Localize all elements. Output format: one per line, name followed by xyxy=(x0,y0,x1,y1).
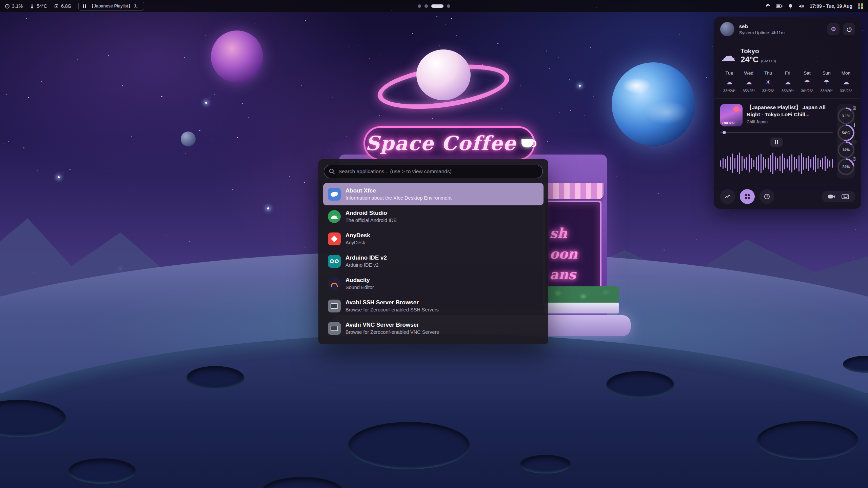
app-row-avahi-ssh[interactable]: Avahi SSH Server Browser Browse for Zero… xyxy=(323,295,544,317)
star xyxy=(26,18,27,19)
star xyxy=(432,118,433,119)
forecast-day: Thu ☀ 33°/26° xyxy=(759,70,777,93)
neon-sign-text: Space Coffee xyxy=(366,132,516,155)
phone-icon[interactable] xyxy=(765,3,770,9)
star xyxy=(189,241,190,242)
app-description: AnyDesk xyxy=(346,240,370,246)
now-playing-title: 【Japanese Playlist】 J... xyxy=(90,3,140,9)
app-row-anydesk[interactable]: AnyDesk AnyDesk xyxy=(323,228,544,250)
waveform-bar xyxy=(794,157,795,170)
star xyxy=(8,65,8,65)
temperature-indicator[interactable]: 54°C xyxy=(29,3,47,9)
weather-condition-icon: ☀ xyxy=(765,78,771,86)
thermometer-icon xyxy=(852,123,856,127)
star xyxy=(379,115,380,116)
app-grid-icon[interactable] xyxy=(858,3,863,9)
waveform-bar xyxy=(803,157,804,170)
settings-button[interactable]: ⚙ xyxy=(827,23,840,35)
star xyxy=(569,79,570,80)
waveform-bar xyxy=(789,156,790,170)
battery-icon[interactable] xyxy=(776,4,783,8)
now-playing-widget[interactable]: 【Japanese Playlist】 J... xyxy=(78,2,144,11)
chart-icon xyxy=(725,194,731,200)
track-progress-bar[interactable] xyxy=(720,132,833,133)
app-row-audacity[interactable]: Audacity Sound Editor xyxy=(323,272,544,295)
star xyxy=(58,172,58,172)
memory-value: 6.8G xyxy=(61,3,71,9)
waveform-bar xyxy=(772,152,773,174)
star xyxy=(28,97,29,98)
workspace-dot[interactable] xyxy=(425,4,428,8)
keyboard-button[interactable] xyxy=(842,194,849,199)
star xyxy=(305,20,306,21)
notification-bell-icon[interactable] xyxy=(788,3,793,9)
workspace-dot[interactable] xyxy=(418,4,421,8)
search-icon xyxy=(329,168,335,175)
cpu-usage-indicator[interactable]: 3.1% xyxy=(5,3,23,9)
waveform-bar xyxy=(744,159,745,168)
crater xyxy=(68,459,136,484)
window-neon-text: sh xyxy=(550,225,600,241)
star xyxy=(248,117,249,118)
star xyxy=(255,23,256,23)
star xyxy=(93,16,93,16)
widgets-button[interactable] xyxy=(760,189,774,204)
search-input[interactable] xyxy=(324,165,543,178)
saturn-cup xyxy=(416,49,471,100)
progress-thumb[interactable] xyxy=(723,131,726,134)
waveform-bar xyxy=(753,160,754,167)
workspace-dot[interactable] xyxy=(447,4,450,8)
star xyxy=(696,240,697,240)
crater xyxy=(757,421,859,460)
star xyxy=(412,33,413,34)
arduino-ide-icon xyxy=(328,255,341,268)
waveform-bar xyxy=(820,160,821,167)
stats-button[interactable] xyxy=(720,189,735,204)
user-card: seb System Uptime: 4h11m ⚙ xyxy=(714,17,861,42)
memory-chip-icon xyxy=(54,4,59,9)
workspace-indicator xyxy=(418,0,450,12)
capture-group xyxy=(822,191,855,202)
memory-indicator[interactable]: 6.8G xyxy=(54,3,71,9)
waveform-bar xyxy=(727,156,728,171)
clock[interactable]: 17:09 - Tue, 19 Aug xyxy=(810,3,852,9)
star-sparkle xyxy=(205,102,207,104)
star xyxy=(712,46,713,47)
star xyxy=(242,103,243,104)
pause-button[interactable] xyxy=(770,138,783,147)
app-row-about-xfce[interactable]: About Xfce Information about the Xfce De… xyxy=(323,183,544,205)
star xyxy=(63,172,63,173)
app-row-android-studio[interactable]: Android Studio The official Android IDE xyxy=(323,205,544,228)
waveform-bar xyxy=(775,156,776,170)
gauge-icon xyxy=(5,4,10,9)
app-row-avahi-vnc[interactable]: Avahi VNC Server Browser Browse for Zero… xyxy=(323,317,544,340)
star xyxy=(304,247,305,247)
volume-icon[interactable] xyxy=(798,4,804,9)
app-name: About Xfce xyxy=(346,187,452,195)
waveform-bar xyxy=(791,154,792,172)
star-sparkle xyxy=(267,207,269,209)
purple-planet xyxy=(211,30,263,83)
waveform-bar xyxy=(723,158,724,169)
app-name: Audacity xyxy=(346,277,374,284)
waveform-bar xyxy=(798,155,800,171)
app-row-arduino-ide[interactable]: Arduino IDE v2 Arduino IDE v2 xyxy=(323,250,544,272)
waveform-bar xyxy=(763,157,764,170)
screencast-button[interactable] xyxy=(828,194,835,199)
star xyxy=(212,141,213,141)
star xyxy=(63,242,63,242)
power-button[interactable] xyxy=(843,23,855,35)
star xyxy=(205,35,206,36)
star xyxy=(549,68,550,69)
workspace-dot-active[interactable] xyxy=(431,4,443,8)
star xyxy=(497,43,498,44)
waveform-bar xyxy=(730,157,731,170)
star xyxy=(649,34,649,35)
star xyxy=(358,45,358,46)
star xyxy=(446,24,446,25)
waveform-bar xyxy=(749,154,750,172)
app-description: Arduino IDE v2 xyxy=(346,262,387,268)
forecast-day: Wed ☁ 35°/25° xyxy=(739,70,758,93)
waveform-bar xyxy=(822,158,823,169)
apps-button[interactable] xyxy=(740,189,755,204)
